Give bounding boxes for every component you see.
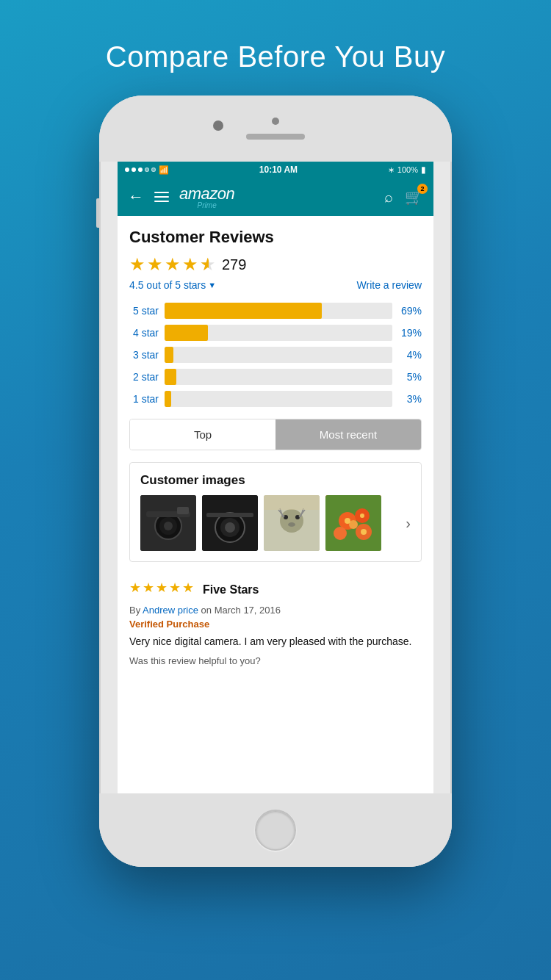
- bar-pct-3: 4%: [398, 349, 422, 361]
- bar-label-3: 3 star: [129, 349, 159, 361]
- cart-badge: 2: [417, 184, 428, 194]
- review-star-5: ★: [182, 580, 194, 596]
- home-button[interactable]: [255, 810, 296, 851]
- bar-pct-5: 69%: [398, 305, 422, 317]
- verified-purchase: Verified Purchase: [129, 619, 422, 630]
- rating-link[interactable]: 4.5 out of 5 stars ▼: [129, 279, 216, 291]
- tab-most-recent[interactable]: Most recent: [276, 419, 421, 450]
- bar-label-2: 2 star: [129, 371, 159, 383]
- star-3: ★: [165, 254, 181, 275]
- svg-point-9: [225, 522, 235, 533]
- bar-pct-1: 3%: [398, 393, 422, 405]
- customer-image-2[interactable]: [202, 495, 258, 551]
- bar-row-3[interactable]: 3 star 4%: [129, 347, 422, 363]
- signal-dots: [125, 167, 156, 172]
- amazon-logo: amazon Prime: [179, 184, 234, 209]
- bar-row-5[interactable]: 5 star 69%: [129, 303, 422, 319]
- tab-top[interactable]: Top: [130, 419, 276, 450]
- review-title: Five Stars: [203, 583, 259, 597]
- header-left: ← amazon Prime: [128, 184, 234, 209]
- battery-level: 100%: [397, 165, 418, 174]
- header-right: ⌕ 🛒 2: [384, 188, 423, 206]
- battery-icon: ▮: [421, 165, 426, 175]
- star-1: ★: [129, 254, 145, 275]
- bar-label-4: 4 star: [129, 327, 159, 339]
- customer-image-1[interactable]: [140, 495, 196, 551]
- svg-point-3: [164, 522, 173, 530]
- svg-point-23: [345, 518, 350, 524]
- star-4: ★: [182, 254, 198, 275]
- search-icon[interactable]: ⌕: [384, 189, 393, 206]
- status-right: ∗ 100% ▮: [388, 165, 426, 175]
- svg-point-15: [288, 522, 295, 527]
- review-count: 279: [222, 256, 246, 273]
- write-review-link[interactable]: Write a review: [357, 279, 422, 291]
- bar-fill-5: [165, 303, 322, 319]
- signal-dot-5: [151, 167, 156, 172]
- svg-rect-5: [177, 507, 189, 514]
- bar-row-1[interactable]: 1 star 3%: [129, 391, 422, 407]
- speaker-icon: [246, 134, 305, 140]
- bottom-bezel: [99, 793, 452, 867]
- status-time: 10:10 AM: [259, 165, 298, 175]
- svg-point-24: [360, 514, 364, 518]
- svg-point-20: [334, 527, 347, 540]
- sort-tabs: Top Most recent: [129, 419, 422, 450]
- bar-row-4[interactable]: 4 star 19%: [129, 325, 422, 341]
- phone-screen: 📶 10:10 AM ∗ 100% ▮ ← amazon Prime: [118, 162, 433, 793]
- bar-row-2[interactable]: 2 star 5%: [129, 369, 422, 385]
- review-star-4: ★: [169, 580, 181, 596]
- review-body: Very nice digital camera. I am very plea…: [129, 634, 422, 649]
- review-star-1: ★: [129, 580, 141, 596]
- bar-pct-4: 19%: [398, 327, 422, 339]
- rating-bars: 5 star 69% 4 star 19% 3 star: [129, 303, 422, 407]
- cart-icon[interactable]: 🛒 2: [405, 188, 423, 206]
- bar-track-1: [165, 391, 392, 407]
- status-bar: 📶 10:10 AM ∗ 100% ▮: [118, 162, 433, 178]
- review-stars: ★ ★ ★ ★ ★: [129, 580, 194, 596]
- bar-track-3: [165, 347, 392, 363]
- star-2: ★: [147, 254, 163, 275]
- review-date-text: on March 17, 2016: [201, 605, 281, 616]
- rating-link-text: 4.5 out of 5 stars: [129, 279, 206, 291]
- bar-track-4: [165, 325, 392, 341]
- page-headline: Compare Before You Buy: [106, 40, 445, 73]
- back-button[interactable]: ←: [128, 187, 144, 206]
- svg-rect-16: [264, 495, 320, 510]
- signal-dot-3: [138, 167, 143, 172]
- bar-fill-1: [165, 391, 171, 407]
- review-meta: By Andrew price on March 17, 2016: [129, 605, 422, 616]
- helpful-question: Was this review helpful to you?: [129, 655, 422, 666]
- bar-track-2: [165, 369, 392, 385]
- phone-mockup: 📶 10:10 AM ∗ 100% ▮ ← amazon Prime: [99, 96, 452, 867]
- star-half: ★ ★: [200, 254, 216, 275]
- rating-link-row: 4.5 out of 5 stars ▼ Write a review: [129, 279, 422, 291]
- camera-dot-icon: [272, 118, 279, 125]
- svg-point-12: [280, 509, 303, 533]
- bar-label-5: 5 star: [129, 305, 159, 317]
- signal-dot-1: [125, 167, 129, 172]
- bar-fill-3: [165, 347, 173, 363]
- svg-rect-10: [206, 513, 253, 517]
- menu-button[interactable]: [154, 192, 169, 202]
- bar-track-5: [165, 303, 392, 319]
- reviewer-name[interactable]: Andrew price: [143, 605, 198, 616]
- section-title: Customer Reviews: [129, 228, 422, 247]
- images-chevron-right[interactable]: ›: [406, 515, 411, 532]
- stars-row: ★ ★ ★ ★ ★ ★ 279: [129, 254, 422, 275]
- review-by-label: By: [129, 605, 140, 616]
- images-section-title: Customer images: [140, 473, 411, 488]
- customer-image-3[interactable]: [264, 495, 320, 551]
- top-bezel: [99, 96, 452, 162]
- top-review: ★ ★ ★ ★ ★ Five Stars By Andrew price on …: [129, 574, 422, 666]
- signal-dot-2: [132, 167, 136, 172]
- rating-stars: ★ ★ ★ ★ ★ ★: [129, 254, 216, 275]
- front-camera-icon: [213, 120, 223, 131]
- signal-dot-4: [145, 167, 149, 172]
- bar-pct-2: 5%: [398, 371, 422, 383]
- customer-image-4[interactable]: [325, 495, 381, 551]
- content-area: Customer Reviews ★ ★ ★ ★ ★ ★ 279: [118, 216, 433, 678]
- images-row: ›: [140, 495, 411, 551]
- bar-label-1: 1 star: [129, 393, 159, 405]
- prime-label: Prime: [198, 201, 217, 209]
